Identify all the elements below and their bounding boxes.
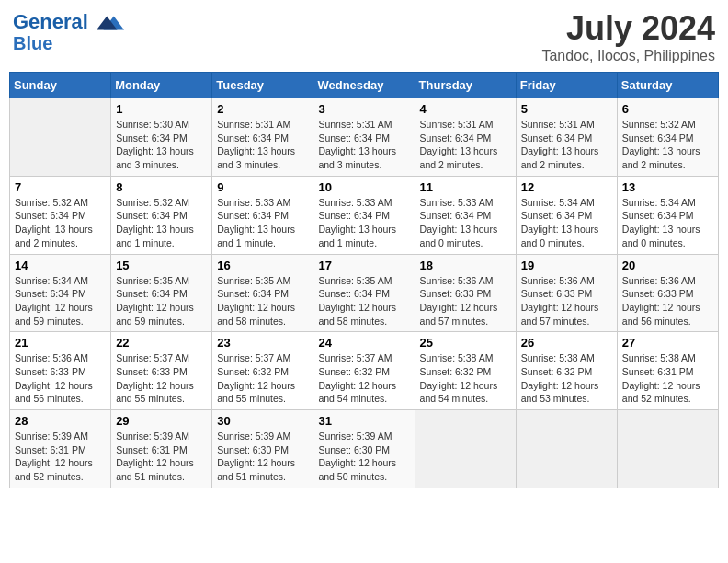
day-number: 18: [420, 259, 511, 272]
day-info: Sunrise: 5:36 AM Sunset: 6:33 PM Dayligh…: [622, 274, 713, 328]
calendar-cell: 30Sunrise: 5:39 AM Sunset: 6:30 PM Dayli…: [212, 410, 313, 488]
day-number: 27: [622, 336, 713, 350]
day-number: 22: [116, 336, 207, 350]
calendar-cell: 17Sunrise: 5:35 AM Sunset: 6:34 PM Dayli…: [313, 254, 415, 332]
calendar-cell: 5Sunrise: 5:31 AM Sunset: 6:34 PM Daylig…: [516, 98, 617, 177]
day-info: Sunrise: 5:32 AM Sunset: 6:34 PM Dayligh…: [116, 196, 207, 250]
calendar-cell: 25Sunrise: 5:38 AM Sunset: 6:32 PM Dayli…: [415, 332, 516, 410]
calendar-cell: 8Sunrise: 5:32 AM Sunset: 6:34 PM Daylig…: [111, 176, 212, 254]
calendar-cell: 29Sunrise: 5:39 AM Sunset: 6:31 PM Dayli…: [111, 410, 212, 488]
calendar-cell: 11Sunrise: 5:33 AM Sunset: 6:34 PM Dayli…: [415, 176, 516, 254]
calendar-cell: 12Sunrise: 5:34 AM Sunset: 6:34 PM Dayli…: [516, 176, 617, 254]
day-info: Sunrise: 5:39 AM Sunset: 6:30 PM Dayligh…: [318, 430, 409, 484]
calendar-cell: 4Sunrise: 5:31 AM Sunset: 6:34 PM Daylig…: [415, 98, 516, 177]
day-info: Sunrise: 5:31 AM Sunset: 6:34 PM Dayligh…: [420, 118, 511, 172]
calendar-cell: 10Sunrise: 5:33 AM Sunset: 6:34 PM Dayli…: [313, 176, 415, 254]
calendar-cell: 19Sunrise: 5:36 AM Sunset: 6:33 PM Dayli…: [516, 254, 617, 332]
day-info: Sunrise: 5:35 AM Sunset: 6:34 PM Dayligh…: [318, 274, 409, 328]
day-number: 30: [217, 414, 308, 428]
calendar-cell: 15Sunrise: 5:35 AM Sunset: 6:34 PM Dayli…: [111, 254, 212, 332]
calendar-week-row: 21Sunrise: 5:36 AM Sunset: 6:33 PM Dayli…: [10, 332, 719, 410]
calendar-cell: [617, 410, 718, 488]
calendar-cell: 9Sunrise: 5:33 AM Sunset: 6:34 PM Daylig…: [212, 176, 313, 254]
day-info: Sunrise: 5:31 AM Sunset: 6:34 PM Dayligh…: [217, 118, 308, 172]
day-info: Sunrise: 5:39 AM Sunset: 6:31 PM Dayligh…: [116, 430, 207, 484]
calendar-cell: 6Sunrise: 5:32 AM Sunset: 6:34 PM Daylig…: [617, 98, 718, 177]
calendar-week-row: 14Sunrise: 5:34 AM Sunset: 6:34 PM Dayli…: [10, 254, 719, 332]
calendar-cell: 22Sunrise: 5:37 AM Sunset: 6:33 PM Dayli…: [111, 332, 212, 410]
calendar-cell: 2Sunrise: 5:31 AM Sunset: 6:34 PM Daylig…: [212, 98, 313, 177]
day-number: 16: [217, 259, 308, 272]
calendar-cell: 14Sunrise: 5:34 AM Sunset: 6:34 PM Dayli…: [10, 254, 111, 332]
calendar-cell: 28Sunrise: 5:39 AM Sunset: 6:31 PM Dayli…: [10, 410, 111, 488]
calendar-cell: 3Sunrise: 5:31 AM Sunset: 6:34 PM Daylig…: [313, 98, 415, 177]
calendar-table: SundayMondayTuesdayWednesdayThursdayFrid…: [9, 72, 719, 488]
calendar-cell: [10, 98, 111, 177]
day-info: Sunrise: 5:31 AM Sunset: 6:34 PM Dayligh…: [318, 118, 409, 172]
weekday-header: Sunday: [10, 73, 111, 98]
day-number: 8: [116, 180, 207, 194]
day-number: 2: [217, 102, 308, 116]
day-number: 9: [217, 180, 308, 194]
logo: General Blue: [13, 9, 124, 53]
day-number: 25: [420, 336, 511, 350]
day-number: 23: [217, 336, 308, 350]
day-info: Sunrise: 5:37 AM Sunset: 6:32 PM Dayligh…: [318, 351, 409, 406]
calendar-cell: 18Sunrise: 5:36 AM Sunset: 6:33 PM Dayli…: [415, 254, 516, 332]
day-number: 19: [521, 259, 612, 272]
day-number: 29: [116, 414, 207, 428]
day-info: Sunrise: 5:35 AM Sunset: 6:34 PM Dayligh…: [217, 274, 308, 328]
day-info: Sunrise: 5:37 AM Sunset: 6:33 PM Dayligh…: [116, 351, 207, 406]
day-number: 1: [116, 102, 207, 116]
day-number: 7: [15, 180, 106, 194]
day-number: 21: [15, 336, 106, 350]
day-info: Sunrise: 5:34 AM Sunset: 6:34 PM Dayligh…: [521, 196, 612, 250]
day-info: Sunrise: 5:32 AM Sunset: 6:34 PM Dayligh…: [622, 118, 713, 172]
calendar-cell: 20Sunrise: 5:36 AM Sunset: 6:33 PM Dayli…: [617, 254, 718, 332]
day-info: Sunrise: 5:33 AM Sunset: 6:34 PM Dayligh…: [420, 196, 511, 250]
calendar-week-row: 28Sunrise: 5:39 AM Sunset: 6:31 PM Dayli…: [10, 410, 719, 488]
day-number: 28: [15, 414, 106, 428]
calendar-cell: 16Sunrise: 5:35 AM Sunset: 6:34 PM Dayli…: [212, 254, 313, 332]
weekday-header-row: SundayMondayTuesdayWednesdayThursdayFrid…: [10, 73, 719, 98]
day-info: Sunrise: 5:36 AM Sunset: 6:33 PM Dayligh…: [420, 274, 511, 328]
day-info: Sunrise: 5:34 AM Sunset: 6:34 PM Dayligh…: [622, 196, 713, 250]
calendar-cell: 7Sunrise: 5:32 AM Sunset: 6:34 PM Daylig…: [10, 176, 111, 254]
day-info: Sunrise: 5:39 AM Sunset: 6:30 PM Dayligh…: [217, 430, 308, 484]
calendar-cell: 27Sunrise: 5:38 AM Sunset: 6:31 PM Dayli…: [617, 332, 718, 410]
day-number: 31: [318, 414, 409, 428]
day-info: Sunrise: 5:38 AM Sunset: 6:32 PM Dayligh…: [420, 351, 511, 406]
weekday-header: Tuesday: [212, 73, 313, 98]
calendar-cell: 24Sunrise: 5:37 AM Sunset: 6:32 PM Dayli…: [313, 332, 415, 410]
day-number: 14: [15, 259, 106, 272]
day-number: 10: [318, 180, 409, 194]
calendar-week-row: 1Sunrise: 5:30 AM Sunset: 6:34 PM Daylig…: [10, 98, 719, 177]
calendar-cell: 1Sunrise: 5:30 AM Sunset: 6:34 PM Daylig…: [111, 98, 212, 177]
weekday-header: Wednesday: [313, 73, 415, 98]
day-info: Sunrise: 5:38 AM Sunset: 6:32 PM Dayligh…: [521, 351, 612, 406]
day-info: Sunrise: 5:33 AM Sunset: 6:34 PM Dayligh…: [217, 196, 308, 250]
day-info: Sunrise: 5:37 AM Sunset: 6:32 PM Dayligh…: [217, 351, 308, 406]
month-title: July 2024: [541, 9, 715, 48]
day-info: Sunrise: 5:32 AM Sunset: 6:34 PM Dayligh…: [15, 196, 106, 250]
day-number: 13: [622, 180, 713, 194]
weekday-header: Monday: [111, 73, 212, 98]
day-info: Sunrise: 5:36 AM Sunset: 6:33 PM Dayligh…: [521, 274, 612, 328]
calendar-cell: [415, 410, 516, 488]
day-number: 6: [622, 102, 713, 116]
calendar-cell: 26Sunrise: 5:38 AM Sunset: 6:32 PM Dayli…: [516, 332, 617, 410]
day-number: 26: [521, 336, 612, 350]
calendar-cell: [516, 410, 617, 488]
calendar-cell: 31Sunrise: 5:39 AM Sunset: 6:30 PM Dayli…: [313, 410, 415, 488]
day-number: 4: [420, 102, 511, 116]
calendar-cell: 21Sunrise: 5:36 AM Sunset: 6:33 PM Dayli…: [10, 332, 111, 410]
day-number: 11: [420, 180, 511, 194]
day-info: Sunrise: 5:33 AM Sunset: 6:34 PM Dayligh…: [318, 196, 409, 250]
title-block: July 2024 Tandoc, Ilocos, Philippines: [541, 9, 715, 64]
day-info: Sunrise: 5:31 AM Sunset: 6:34 PM Dayligh…: [521, 118, 612, 172]
calendar-cell: 23Sunrise: 5:37 AM Sunset: 6:32 PM Dayli…: [212, 332, 313, 410]
day-number: 15: [116, 259, 207, 272]
day-number: 5: [521, 102, 612, 116]
location-title: Tandoc, Ilocos, Philippines: [541, 48, 715, 64]
day-info: Sunrise: 5:38 AM Sunset: 6:31 PM Dayligh…: [622, 351, 713, 406]
